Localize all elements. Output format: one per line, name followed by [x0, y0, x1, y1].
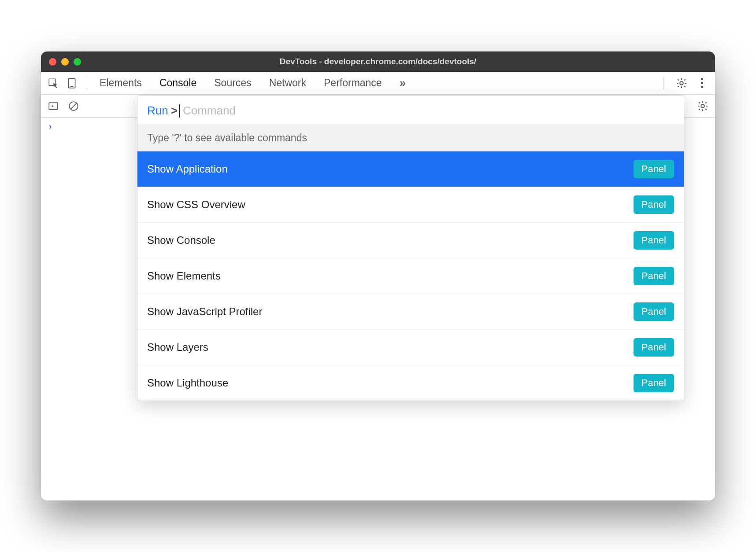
- tab-console[interactable]: Console: [159, 77, 196, 89]
- command-input-row[interactable]: Run > Command: [137, 96, 684, 125]
- svg-line-6: [71, 103, 77, 109]
- settings-gear-icon[interactable]: [674, 76, 689, 90]
- svg-point-3: [680, 81, 683, 85]
- clear-console-icon[interactable]: [67, 99, 81, 113]
- tab-sources[interactable]: Sources: [214, 77, 251, 89]
- toolbar-right: [659, 76, 712, 90]
- maximize-window-button[interactable]: [74, 58, 81, 66]
- subtoolbar-separator: [685, 99, 685, 113]
- command-item-label: Show Layers: [147, 341, 208, 353]
- text-cursor: [179, 104, 180, 118]
- inspect-element-icon[interactable]: [46, 76, 60, 90]
- command-prompt-char: >: [171, 104, 178, 118]
- command-item-badge: Panel: [634, 338, 674, 357]
- command-item-label: Show CSS Overview: [147, 199, 245, 211]
- command-item-badge: Panel: [634, 231, 674, 250]
- command-item-badge: Panel: [634, 195, 674, 214]
- command-item-badge: Panel: [634, 302, 674, 321]
- minimize-window-button[interactable]: [61, 58, 69, 66]
- device-toggle-icon[interactable]: [65, 76, 79, 90]
- tab-elements[interactable]: Elements: [100, 77, 142, 89]
- kebab-menu-icon[interactable]: [695, 76, 709, 90]
- toggle-drawer-icon[interactable]: [46, 99, 60, 113]
- command-item-show-application[interactable]: Show Application Panel: [137, 151, 684, 187]
- panel-tabs: Elements Console Sources Network Perform…: [92, 76, 659, 90]
- command-item-show-lighthouse[interactable]: Show Lighthouse Panel: [137, 365, 684, 401]
- command-hint: Type '?' to see available commands: [137, 125, 684, 151]
- command-item-show-css-overview[interactable]: Show CSS Overview Panel: [137, 187, 684, 223]
- toolbar-left: [44, 76, 82, 90]
- command-menu: Run > Command Type '?' to see available …: [137, 96, 684, 401]
- command-item-badge: Panel: [634, 374, 674, 392]
- command-item-show-elements[interactable]: Show Elements Panel: [137, 258, 684, 294]
- command-item-badge: Panel: [634, 160, 674, 178]
- command-item-label: Show Console: [147, 234, 215, 247]
- command-item-label: Show JavaScript Profiler: [147, 305, 262, 318]
- command-item-show-layers[interactable]: Show Layers Panel: [137, 330, 684, 365]
- command-prefix: Run: [147, 104, 168, 118]
- svg-point-7: [701, 104, 704, 107]
- devtools-window: DevTools - developer.chrome.com/docs/dev…: [41, 52, 715, 500]
- tab-network[interactable]: Network: [269, 77, 306, 89]
- traffic-lights: [49, 58, 81, 66]
- command-item-label: Show Application: [147, 163, 228, 175]
- window-title: DevTools - developer.chrome.com/docs/dev…: [41, 57, 715, 66]
- command-item-label: Show Lighthouse: [147, 377, 228, 389]
- main-toolbar: Elements Console Sources Network Perform…: [41, 72, 715, 95]
- titlebar: DevTools - developer.chrome.com/docs/dev…: [41, 52, 715, 72]
- toolbar-separator: [87, 77, 87, 90]
- command-item-show-console[interactable]: Show Console Panel: [137, 223, 684, 258]
- command-input[interactable]: Command: [183, 104, 236, 118]
- more-tabs-icon[interactable]: »: [400, 76, 404, 90]
- command-item-badge: Panel: [634, 267, 674, 285]
- close-window-button[interactable]: [49, 58, 56, 66]
- command-item-show-js-profiler[interactable]: Show JavaScript Profiler Panel: [137, 294, 684, 330]
- command-item-label: Show Elements: [147, 270, 221, 282]
- toolbar-separator-right: [663, 77, 664, 90]
- tab-performance[interactable]: Performance: [324, 77, 382, 89]
- console-settings-gear-icon[interactable]: [696, 99, 710, 113]
